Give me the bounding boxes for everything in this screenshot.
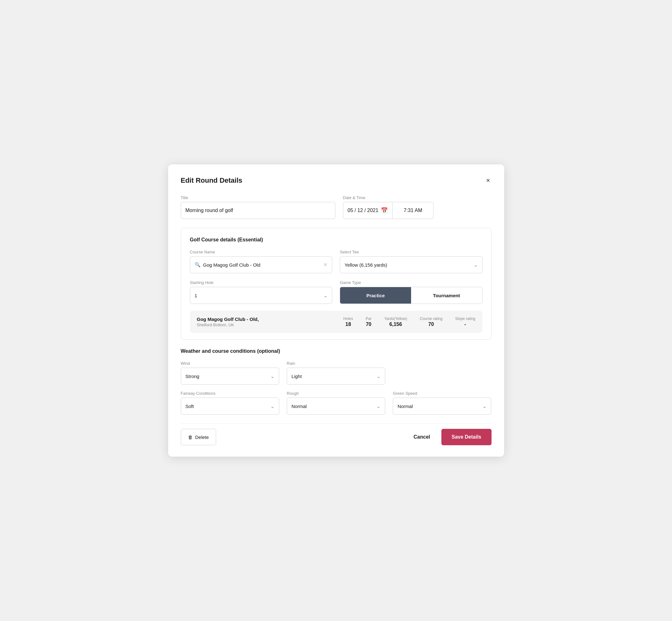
- rough-group: Rough Normal ⌄: [287, 391, 385, 415]
- fairway-label: Fairway Conditions: [181, 391, 279, 396]
- golf-course-section: Golf Course details (Essential) Course N…: [181, 228, 492, 339]
- date-time-group: 05 / 12 / 2021 📅 7:31 AM: [343, 202, 434, 219]
- cancel-button[interactable]: Cancel: [409, 434, 435, 440]
- course-name-group: Course Name 🔍 ✕: [190, 250, 333, 273]
- date-field[interactable]: 05 / 12 / 2021 📅: [343, 202, 393, 219]
- green-speed-value: Normal: [397, 404, 413, 409]
- wind-label: Wind: [181, 361, 279, 366]
- game-type-label: Game Type: [340, 280, 482, 285]
- title-input[interactable]: [181, 202, 335, 219]
- stat-yards: Yards(Yellow) 6,156: [384, 317, 407, 327]
- weather-section: Weather and course conditions (optional)…: [181, 348, 492, 415]
- chevron-down-icon: ⌄: [376, 373, 380, 379]
- clear-icon[interactable]: ✕: [323, 262, 328, 267]
- chevron-down-icon: ⌄: [270, 403, 275, 409]
- course-name-input[interactable]: [203, 262, 321, 267]
- fairway-group: Fairway Conditions Soft ⌄: [181, 391, 279, 415]
- close-button[interactable]: ×: [485, 176, 492, 185]
- slope-rating-label: Slope rating: [455, 317, 475, 321]
- wind-value: Strong: [185, 374, 199, 379]
- stat-holes: Holes 18: [343, 317, 353, 327]
- golf-section-title: Golf Course details (Essential): [190, 237, 482, 243]
- rain-value: Light: [292, 374, 302, 379]
- starting-hole-group: Starting Hole 1 ⌄: [190, 280, 333, 304]
- chevron-down-icon: ⌄: [473, 262, 478, 268]
- rough-label: Rough: [287, 391, 385, 396]
- course-name-label: Course Name: [190, 250, 333, 254]
- rain-group: Rain Light ⌄: [287, 361, 385, 385]
- green-speed-label: Green Speed: [393, 391, 491, 396]
- select-tee-value: Yellow (6,156 yards): [344, 262, 387, 267]
- practice-button[interactable]: Practice: [340, 287, 411, 303]
- chevron-down-icon: ⌄: [323, 292, 328, 298]
- wind-group: Wind Strong ⌄: [181, 361, 279, 385]
- title-label: Title: [181, 195, 335, 200]
- search-icon: 🔍: [195, 262, 201, 267]
- slope-rating-value: -: [455, 322, 475, 327]
- footer-row: 🗑 Delete Cancel Save Details: [181, 423, 492, 445]
- holes-label: Holes: [343, 317, 353, 321]
- yards-label: Yards(Yellow): [384, 317, 407, 321]
- rough-dropdown[interactable]: Normal ⌄: [287, 398, 385, 415]
- wind-dropdown[interactable]: Strong ⌄: [181, 368, 279, 385]
- game-type-toggle: Practice Tournament: [340, 287, 482, 304]
- course-info-name-text: Gog Magog Golf Club - Old,: [197, 317, 344, 322]
- yards-value: 6,156: [384, 322, 407, 327]
- game-type-group: Game Type Practice Tournament: [340, 280, 482, 304]
- course-info-location: Shelford Bottom, UK: [197, 323, 344, 327]
- datetime-label: Date & Time: [343, 195, 434, 200]
- modal-title: Edit Round Details: [181, 176, 243, 184]
- rain-dropdown[interactable]: Light ⌄: [287, 368, 385, 385]
- course-search-field[interactable]: 🔍 ✕: [190, 256, 333, 273]
- date-value: 05 / 12 / 2021: [348, 208, 379, 213]
- starting-hole-value: 1: [195, 293, 197, 298]
- course-rating-label: Course rating: [420, 317, 442, 321]
- rough-value: Normal: [292, 404, 307, 409]
- stat-course-rating: Course rating 70: [420, 317, 442, 327]
- weather-title: Weather and course conditions (optional): [181, 348, 492, 354]
- trash-icon: 🗑: [188, 434, 193, 440]
- edit-round-modal: Edit Round Details × Title Date & Time 0…: [168, 164, 504, 457]
- rain-label: Rain: [287, 361, 385, 366]
- green-speed-dropdown[interactable]: Normal ⌄: [393, 398, 491, 415]
- title-datetime-row: Title Date & Time 05 / 12 / 2021 📅 7:31 …: [181, 195, 492, 219]
- time-value: 7:31 AM: [404, 208, 422, 213]
- starting-hole-label: Starting Hole: [190, 280, 333, 285]
- fairway-value: Soft: [185, 404, 194, 409]
- course-rating-value: 70: [420, 322, 442, 327]
- chevron-down-icon: ⌄: [482, 403, 487, 409]
- calendar-icon: 📅: [381, 207, 388, 214]
- stat-slope-rating: Slope rating -: [455, 317, 475, 327]
- starting-hole-dropdown[interactable]: 1 ⌄: [190, 287, 333, 304]
- stat-par: Par 70: [366, 317, 372, 327]
- course-tee-row: Course Name 🔍 ✕ Select Tee Yellow (6,156…: [190, 250, 482, 273]
- holes-value: 18: [343, 322, 353, 327]
- footer-right: Cancel Save Details: [409, 429, 492, 445]
- delete-button[interactable]: 🗑 Delete: [181, 429, 216, 445]
- course-info-bar: Gog Magog Golf Club - Old, Shelford Bott…: [190, 311, 482, 333]
- chevron-down-icon: ⌄: [376, 403, 380, 409]
- delete-label: Delete: [195, 434, 209, 440]
- wind-rain-row: Wind Strong ⌄ Rain Light ⌄: [181, 361, 492, 385]
- tournament-button[interactable]: Tournament: [411, 287, 482, 303]
- green-speed-group: Green Speed Normal ⌄: [393, 391, 491, 415]
- save-button[interactable]: Save Details: [442, 429, 491, 445]
- course-stats: Holes 18 Par 70 Yards(Yellow) 6,156 Cour…: [343, 317, 475, 327]
- select-tee-group: Select Tee Yellow (6,156 yards) ⌄: [340, 250, 482, 273]
- chevron-down-icon: ⌄: [270, 373, 275, 379]
- time-field[interactable]: 7:31 AM: [392, 202, 433, 219]
- modal-header: Edit Round Details ×: [181, 176, 492, 185]
- select-tee-dropdown[interactable]: Yellow (6,156 yards) ⌄: [340, 256, 482, 273]
- hole-gametype-row: Starting Hole 1 ⌄ Game Type Practice Tou…: [190, 280, 482, 304]
- par-label: Par: [366, 317, 372, 321]
- datetime-field-group: Date & Time 05 / 12 / 2021 📅 7:31 AM: [343, 195, 434, 219]
- fairway-dropdown[interactable]: Soft ⌄: [181, 398, 279, 415]
- select-tee-label: Select Tee: [340, 250, 482, 254]
- fairway-rough-green-row: Fairway Conditions Soft ⌄ Rough Normal ⌄…: [181, 391, 492, 415]
- title-field-group: Title: [181, 195, 335, 219]
- course-info-name: Gog Magog Golf Club - Old, Shelford Bott…: [197, 317, 344, 327]
- par-value: 70: [366, 322, 372, 327]
